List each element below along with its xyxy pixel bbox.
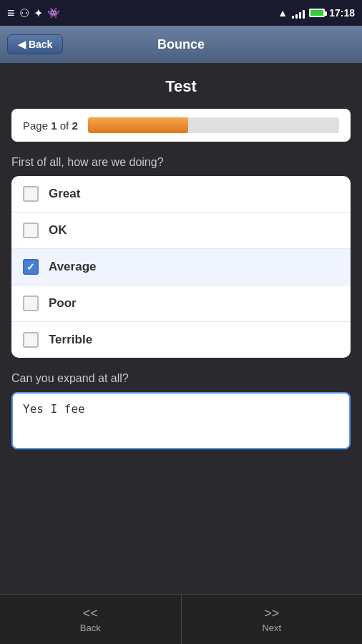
progress-current: 1 [51,119,57,132]
back-arrows: << [83,606,98,621]
option-average[interactable]: ✓ Average [11,249,351,286]
option-great[interactable]: Great [11,176,351,213]
option-average-label: Average [49,260,96,274]
main-content: Test Page 1 of 2 First of all, how are w… [0,63,362,594]
option-poor-label: Poor [49,296,77,311]
option-poor[interactable]: Poor [11,286,351,322]
status-bar: ⚇ ✦ 👾 ▲ 17:18 [0,0,362,26]
checkbox-great[interactable] [23,186,39,202]
nav-next-button[interactable]: >> Next [182,594,363,644]
signal-bar-1 [292,16,294,19]
header-title: Bounce [157,37,205,52]
next-arrows: >> [264,606,279,621]
progress-track [88,117,339,133]
checkbox-average[interactable]: ✓ [23,259,39,275]
expand-textarea[interactable]: Yes I fee [11,392,351,449]
option-terrible[interactable]: Terrible [11,322,351,358]
checkbox-card: Great OK ✓ Average Poor Terrible [11,176,351,358]
checkbox-ok[interactable] [23,223,39,238]
question2-label: Can you expand at all? [11,372,351,385]
signal-bar-4 [303,10,305,19]
android-icon: ⚇ [19,6,29,20]
checkmark-average: ✓ [26,262,35,272]
signal-bars [292,7,305,19]
status-icons-right: ▲ 17:18 [278,7,355,19]
option-great-label: Great [49,187,80,201]
hamburger-icon [7,6,15,21]
header-back-button[interactable]: ◀ Back [7,34,63,54]
back-label: Back [80,623,101,633]
app-header: ◀ Back Bounce [0,26,362,63]
option-ok[interactable]: OK [11,213,351,249]
robot-icon: 👾 [47,7,59,19]
status-icons-left: ⚇ ✦ 👾 [7,6,59,21]
option-ok-label: OK [49,223,67,238]
bottom-nav: << Back >> Next [0,594,362,644]
progress-total: 2 [72,119,77,132]
progress-of: of [60,119,69,132]
page-title: Test [11,77,351,96]
next-label: Next [262,623,281,633]
nav-back-button[interactable]: << Back [0,594,182,644]
status-time: 17:18 [329,7,355,19]
signal-bar-3 [299,12,301,19]
checkbox-poor[interactable] [23,296,39,311]
progress-card: Page 1 of 2 [11,109,351,142]
progress-fill [88,117,189,133]
option-terrible-label: Terrible [49,333,92,347]
battery-icon [309,9,325,17]
checkbox-terrible[interactable] [23,332,39,348]
signal-bar-2 [295,14,298,19]
wifi-icon: ▲ [278,7,288,19]
usb-icon: ✦ [34,6,43,20]
progress-label: Page 1 of 2 [23,119,78,132]
question1-label: First of all, how are we doing? [11,156,351,169]
